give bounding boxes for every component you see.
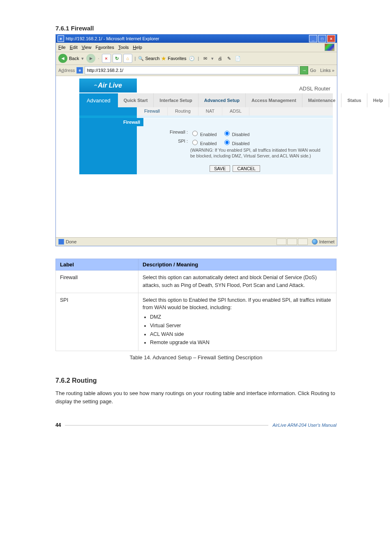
section-heading: 7.6.1 Firewall	[55, 25, 337, 32]
ie-menubar[interactable]: File Edit View Favorites Tools Help	[56, 43, 337, 52]
save-button[interactable]: SAVE	[210, 165, 231, 172]
search-button[interactable]: 🔍 Search	[138, 56, 159, 61]
close-button[interactable]: ×	[327, 35, 335, 42]
footer-product: AirLive ARM-204 User's Manual	[272, 423, 337, 428]
print-icon[interactable]: 🖨	[216, 55, 224, 62]
subtab-adsl[interactable]: ADSL	[222, 107, 249, 116]
ie-toolbar: ◄ Back ▾ ► · × ↻ ⌂ | 🔍 Search ★Favorites…	[56, 52, 337, 65]
status-text: Done	[66, 239, 76, 244]
device-model: ADSL Router	[137, 80, 333, 93]
minimize-button[interactable]: _	[309, 35, 317, 42]
go-label[interactable]: Go	[310, 68, 316, 73]
home-icon[interactable]: ⌂	[123, 54, 132, 63]
status-panes	[277, 238, 308, 245]
cell-label: SPI	[56, 293, 138, 351]
nav-left-label: Advanced	[79, 93, 118, 107]
toolbar-separator: ▾	[81, 56, 85, 61]
spi-enabled-option[interactable]: Enabled	[190, 141, 217, 146]
window-title: http://192.168.2.1/ - Microsoft Internet…	[66, 36, 309, 41]
links-menu[interactable]: Links »	[318, 68, 334, 73]
th-meaning: Description / Meaning	[138, 259, 337, 271]
sub-tabs: Firewall Routing NAT ADSL	[137, 107, 333, 116]
list-item: Virtual Server	[150, 322, 332, 330]
table-row: SPI Select this option to Enabled the SP…	[56, 293, 337, 351]
globe-icon	[312, 239, 318, 245]
tab-interface-setup[interactable]: Interface Setup	[154, 93, 198, 107]
history-icon[interactable]: 🕘	[188, 55, 196, 62]
firewall-enabled-option[interactable]: Enabled	[190, 132, 217, 137]
subtab-routing[interactable]: Routing	[168, 107, 198, 116]
cell-label: Firewall	[56, 271, 138, 293]
firewall-field-label: Firewall :	[141, 130, 190, 134]
subtab-nat[interactable]: NAT	[198, 107, 222, 116]
list-item: Remote upgrade via WAN	[150, 339, 332, 347]
firewall-form: Firewall : Enabled Disabled SPI : Enable…	[137, 126, 333, 163]
ie-window: e http://192.168.2.1/ - Microsoft Intern…	[55, 34, 337, 246]
spi-disabled-option[interactable]: Disabled	[222, 141, 250, 146]
windows-flag-icon	[325, 44, 334, 51]
th-label: Label	[56, 259, 138, 271]
tab-maintenance[interactable]: Maintenance	[302, 93, 342, 107]
page-footer: 44 AirLive ARM-204 User's Manual	[55, 422, 337, 428]
address-input[interactable]	[85, 66, 298, 74]
spi-field-label: SPI :	[141, 139, 190, 143]
section-title: Firewall	[79, 118, 143, 126]
menu-tools[interactable]: Tools	[118, 45, 129, 50]
tab-quick-start[interactable]: Quick Start	[118, 93, 154, 107]
cancel-button[interactable]: CANCEL	[233, 165, 260, 172]
ie-page-icon: e	[76, 67, 83, 74]
tab-status[interactable]: Status	[341, 93, 367, 107]
spi-warning: (WARNING: If You enabled SPI, all traffi…	[190, 148, 326, 159]
back-label[interactable]: Back	[69, 56, 79, 61]
menu-view[interactable]: View	[82, 45, 92, 50]
tab-advanced-setup[interactable]: Advanced Setup	[198, 93, 246, 107]
ie-page-icon-small	[58, 239, 64, 245]
table-row: Firewall Select this option can automati…	[56, 271, 337, 293]
description-table: Label Description / Meaning Firewall Sel…	[55, 259, 337, 351]
list-item: DMZ	[150, 313, 332, 321]
button-left-pad	[79, 163, 137, 174]
maximize-button[interactable]: □	[318, 35, 326, 42]
brand-logo: ⌢Air Live	[79, 79, 137, 93]
research-icon[interactable]: 📄	[234, 55, 242, 62]
tab-help[interactable]: Help	[367, 93, 389, 107]
main-tabs: Quick Start Interface Setup Advanced Set…	[118, 93, 333, 107]
menu-file[interactable]: File	[58, 45, 66, 50]
menu-help[interactable]: Help	[133, 45, 142, 50]
back-button[interactable]: ◄	[58, 54, 67, 63]
ie-address-bar: Address e → Go Links »	[56, 65, 337, 76]
security-zone[interactable]: Internet	[312, 239, 334, 245]
cell-text: Select this option can automatically det…	[138, 271, 337, 293]
ie-titlebar[interactable]: e http://192.168.2.1/ - Microsoft Intern…	[56, 35, 337, 43]
ie-app-icon: e	[58, 35, 64, 42]
stop-icon[interactable]: ×	[102, 54, 111, 63]
tab-access-management[interactable]: Access Management	[246, 93, 302, 107]
list-item: ACL WAN side	[150, 331, 332, 338]
next-section-heading: 7.6.2 Routing	[55, 377, 337, 384]
go-button[interactable]: →	[300, 66, 308, 74]
edit-icon[interactable]: ✎	[225, 55, 233, 62]
cell-text: Select this option to Enabled the SPI fu…	[138, 293, 337, 351]
ie-status-bar: Done Internet	[56, 237, 337, 246]
table-caption: Table 14. Advanced Setup – Firewall Sett…	[55, 354, 337, 361]
form-left-pad	[79, 126, 137, 163]
page-number: 44	[55, 422, 61, 428]
mail-icon[interactable]: ✉	[201, 55, 209, 62]
subtab-firewall[interactable]: Firewall	[137, 107, 168, 116]
favorites-button[interactable]: ★Favorites	[161, 55, 186, 62]
menu-favorites[interactable]: Favorites	[95, 45, 114, 50]
firewall-disabled-option[interactable]: Disabled	[222, 132, 250, 137]
next-section-paragraph: The routing table allows you to see how …	[55, 389, 337, 406]
menu-edit[interactable]: Edit	[70, 45, 78, 50]
address-label: Address	[58, 68, 75, 73]
refresh-icon[interactable]: ↻	[113, 54, 122, 63]
page-content: ⌢Air Live ADSL Router Advanced Quick Sta…	[56, 76, 337, 237]
forward-button[interactable]: ►	[86, 54, 95, 63]
subnav-left-pad	[79, 107, 137, 116]
